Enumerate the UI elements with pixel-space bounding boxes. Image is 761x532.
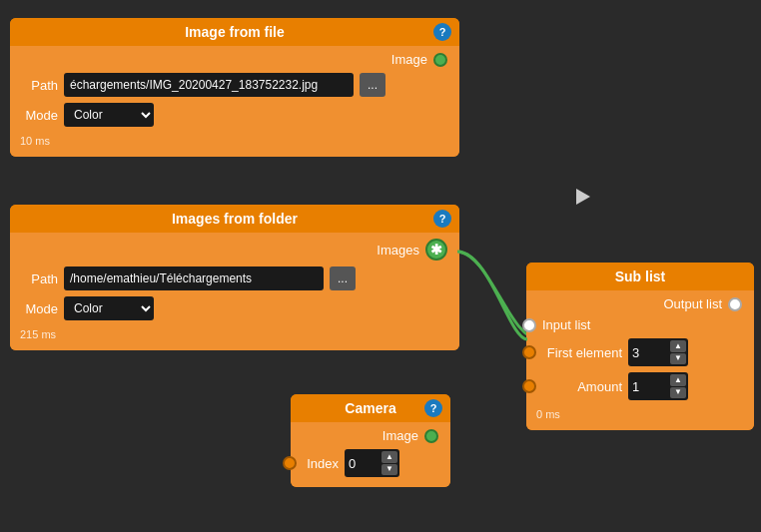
sub-list-output-row: Output list	[536, 296, 744, 311]
camera-node: Camera ? Image Index ▲ ▼	[291, 394, 450, 487]
camera-index-up[interactable]: ▲	[381, 451, 397, 463]
sub-list-first-element-down[interactable]: ▼	[670, 353, 686, 365]
images-from-folder-node: Images from folder ? Images ✱ Path ... M…	[10, 205, 459, 350]
sub-list-output-connector[interactable]	[728, 297, 742, 311]
image-from-file-path-btn[interactable]: ...	[360, 73, 385, 97]
camera-output-row: Image	[301, 428, 440, 443]
images-from-folder-mode-select[interactable]: Color Grayscale Alpha	[64, 296, 154, 320]
images-from-folder-status: 215 ms	[20, 324, 449, 340]
image-from-file-output-connector[interactable]	[433, 53, 447, 67]
sub-list-input-row: Input list	[528, 317, 744, 332]
images-from-folder-output-label: Images	[377, 243, 419, 258]
camera-output-label: Image	[382, 428, 418, 443]
sub-list-body: Output list Input list First element ▲ ▼…	[526, 290, 754, 430]
image-from-file-path-label: Path	[20, 78, 58, 93]
image-from-file-output-row: Image	[20, 52, 449, 67]
camera-output-connector[interactable]	[424, 429, 438, 443]
camera-index-input[interactable]	[349, 456, 380, 471]
mouse-cursor	[576, 189, 590, 205]
image-from-file-status: 10 ms	[20, 131, 449, 147]
sub-list-first-element-up[interactable]: ▲	[670, 340, 686, 352]
camera-help[interactable]: ?	[424, 399, 442, 417]
sub-list-amount-arrows: ▲ ▼	[670, 374, 686, 398]
image-from-file-mode-row: Mode Color Grayscale Alpha	[20, 103, 449, 127]
sub-list-title: Sub list	[526, 263, 754, 290]
image-from-file-mode-select[interactable]: Color Grayscale Alpha	[64, 103, 154, 127]
image-from-file-mode-label: Mode	[20, 108, 58, 123]
images-from-folder-output-row: Images ✱	[20, 239, 449, 261]
sub-list-amount-connector[interactable]	[522, 379, 536, 393]
image-from-file-path-input[interactable]	[64, 73, 354, 97]
sub-list-first-element-spinner[interactable]: ▲ ▼	[628, 338, 688, 366]
sub-list-first-element-input[interactable]	[632, 345, 664, 360]
camera-body: Image Index ▲ ▼	[291, 422, 450, 487]
image-from-file-body: Image Path ... Mode Color Grayscale Alph…	[10, 46, 459, 157]
image-from-file-node: Image from file ? Image Path ... Mode Co…	[10, 18, 459, 157]
sub-list-first-element-row: First element ▲ ▼	[528, 338, 744, 366]
images-from-folder-help[interactable]: ?	[433, 210, 451, 228]
image-from-file-output-label: Image	[391, 52, 427, 67]
images-from-folder-body: Images ✱ Path ... Mode Color Grayscale A…	[10, 233, 459, 350]
images-from-folder-mode-label: Mode	[20, 301, 58, 316]
camera-index-connector[interactable]	[283, 456, 297, 470]
image-from-file-help[interactable]: ?	[433, 23, 451, 41]
sub-list-output-label: Output list	[663, 296, 722, 311]
camera-index-row: Index ▲ ▼	[301, 449, 440, 477]
sub-list-node: Sub list Output list Input list First el…	[526, 263, 754, 430]
images-from-folder-path-label: Path	[20, 271, 58, 286]
sub-list-amount-up[interactable]: ▲	[670, 374, 686, 386]
sub-list-amount-label: Amount	[542, 379, 622, 394]
camera-index-label: Index	[307, 456, 339, 471]
images-from-folder-path-input[interactable]	[64, 266, 324, 290]
sub-list-first-element-connector[interactable]	[522, 345, 536, 359]
images-from-folder-output-connector[interactable]: ✱	[425, 239, 447, 261]
sub-list-amount-input[interactable]	[632, 379, 664, 394]
sub-list-input-label: Input list	[542, 317, 590, 332]
images-from-folder-mode-row: Mode Color Grayscale Alpha	[20, 296, 449, 320]
images-from-folder-path-row: Path ...	[20, 266, 449, 290]
image-from-file-title: Image from file ?	[10, 18, 459, 46]
camera-index-spinner[interactable]: ▲ ▼	[345, 449, 399, 477]
camera-index-down[interactable]: ▼	[381, 464, 397, 476]
sub-list-status: 0 ms	[536, 404, 744, 420]
image-from-file-path-row: Path ...	[20, 73, 449, 97]
images-from-folder-title: Images from folder ?	[10, 205, 459, 233]
camera-title: Camera ?	[291, 394, 450, 422]
sub-list-input-connector[interactable]	[522, 318, 536, 332]
camera-index-arrows: ▲ ▼	[381, 451, 397, 475]
sub-list-first-element-arrows: ▲ ▼	[670, 340, 686, 364]
sub-list-first-element-label: First element	[542, 345, 622, 360]
sub-list-amount-spinner[interactable]: ▲ ▼	[628, 372, 688, 400]
sub-list-amount-row: Amount ▲ ▼	[528, 372, 744, 400]
images-from-folder-path-btn[interactable]: ...	[330, 266, 356, 290]
sub-list-amount-down[interactable]: ▼	[670, 387, 686, 399]
